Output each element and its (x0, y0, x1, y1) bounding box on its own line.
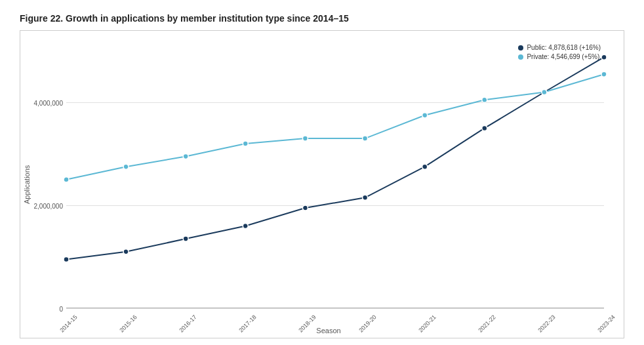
grid-and-plot: 02,000,0004,000,000 2014-152015-162016-1… (66, 41, 604, 308)
chart-container: Applications 02,000,0004,000,000 2014-15… (20, 30, 624, 338)
series-dot-private (302, 136, 308, 141)
legend-item: Public: 4,878,618 (+16%) (518, 44, 601, 51)
legend-item: Private: 4,546,699 (+5%) (518, 53, 601, 60)
series-dot-public (243, 224, 248, 229)
y-axis-label: Applications (20, 31, 33, 338)
chart-svg (66, 41, 604, 308)
series-dot-public (64, 257, 69, 262)
series-dot-public (482, 125, 487, 131)
legend-color-dot (518, 54, 523, 60)
series-dot-private (123, 164, 129, 169)
series-dot-private (601, 71, 607, 77)
series-dot-private (542, 90, 547, 95)
series-dot-private (64, 177, 69, 182)
legend-label: Private: 4,546,699 (+5%) (527, 53, 599, 60)
series-dot-private (482, 97, 487, 102)
series-dot-public (601, 54, 607, 60)
series-dot-public (422, 164, 428, 169)
series-line-private (66, 74, 604, 179)
legend-label: Public: 4,878,618 (+16%) (527, 44, 601, 51)
y-tick-label: 2,000,000 (34, 203, 67, 210)
x-axis-label: Season (33, 327, 624, 335)
legend-color-dot (518, 45, 523, 51)
series-dot-public (302, 205, 308, 211)
series-dot-public (123, 249, 129, 254)
grid-line: 0 (66, 308, 604, 309)
series-dot-public (363, 195, 368, 200)
series-dot-public (183, 236, 188, 241)
y-tick-label: 0 (59, 306, 66, 313)
legend: Public: 4,878,618 (+16%)Private: 4,546,6… (518, 44, 601, 62)
y-tick-label: 4,000,000 (34, 100, 67, 107)
series-dot-private (183, 154, 188, 159)
figure-title: Figure 22. Growth in applications by mem… (20, 13, 624, 24)
series-dot-private (422, 113, 428, 118)
series-dot-private (243, 141, 248, 146)
series-dot-private (363, 136, 368, 141)
chart-inner: 02,000,0004,000,000 2014-152015-162016-1… (33, 31, 624, 338)
series-line-public (66, 57, 604, 259)
